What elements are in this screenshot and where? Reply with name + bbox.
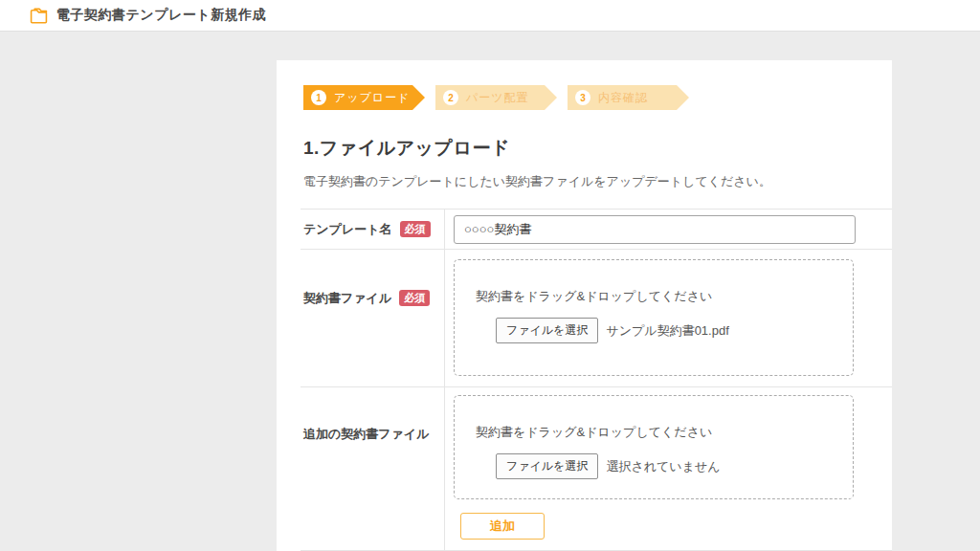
template-name-input[interactable] [454, 215, 856, 244]
add-file-button[interactable]: 追加 [460, 513, 545, 540]
step-number-circle: 3 [575, 90, 590, 105]
step-label: 内容確認 [598, 90, 648, 106]
additional-file-dropzone[interactable]: 契約書をドラッグ&ドロップしてください ファイルを選択 選択されていません [454, 395, 854, 499]
step-confirm: 3 内容確認 [568, 85, 689, 110]
step-label: パーツ配置 [466, 90, 529, 106]
required-badge: 必須 [399, 290, 430, 306]
page-header: 電子契約書テンプレート新規作成 [0, 0, 980, 32]
required-badge: 必須 [400, 221, 431, 237]
step-number-circle: 1 [311, 90, 326, 105]
contract-file-label-cell: 契約書ファイル 必須 [301, 250, 445, 386]
additional-file-row: 追加の契約書ファイル 契約書をドラッグ&ドロップしてください ファイルを選択 選… [301, 386, 892, 550]
template-name-label-cell: テンプレート名 必須 [301, 209, 445, 249]
step-number-circle: 2 [443, 90, 458, 105]
contract-file-dropzone[interactable]: 契約書をドラッグ&ドロップしてください ファイルを選択 サンプル契約書01.pd… [454, 259, 854, 376]
upload-form: テンプレート名 必須 契約書ファイル 必須 契約書をドラッグ&ドロップしてくださ… [301, 209, 892, 551]
contract-file-label: 契約書ファイル [303, 290, 391, 307]
folder-icon [30, 8, 48, 24]
contract-file-row: 契約書ファイル 必須 契約書をドラッグ&ドロップしてください ファイルを選択 サ… [301, 249, 892, 386]
section-description: 電子契約書のテンプレートにしたい契約書ファイルをアップデートしてください。 [303, 173, 892, 190]
drop-hint-text: 契約書をドラッグ&ドロップしてください [476, 424, 853, 441]
page-title: 電子契約書テンプレート新規作成 [56, 7, 266, 24]
template-name-row: テンプレート名 必須 [301, 209, 892, 249]
template-name-label: テンプレート名 [303, 221, 392, 238]
choose-file-button[interactable]: ファイルを選択 [496, 318, 598, 343]
progress-stepper: 1 アップロード 2 パーツ配置 3 内容確認 [303, 85, 892, 110]
file-not-selected-text: 選択されていません [606, 458, 720, 475]
main-card: 1 アップロード 2 パーツ配置 3 内容確認 1.ファイルアップロード 電子契… [277, 60, 892, 551]
step-upload: 1 アップロード [303, 85, 425, 110]
additional-file-label-cell: 追加の契約書ファイル [301, 387, 445, 550]
section-title: 1.ファイルアップロード [303, 136, 892, 161]
choose-file-button[interactable]: ファイルを選択 [496, 453, 598, 479]
additional-file-label: 追加の契約書ファイル [303, 426, 430, 443]
selected-file-name: サンプル契約書01.pdf [606, 322, 728, 340]
step-label: アップロード [334, 90, 410, 106]
step-parts-layout: 2 パーツ配置 [435, 85, 557, 110]
drop-hint-text: 契約書をドラッグ&ドロップしてください [476, 288, 853, 305]
